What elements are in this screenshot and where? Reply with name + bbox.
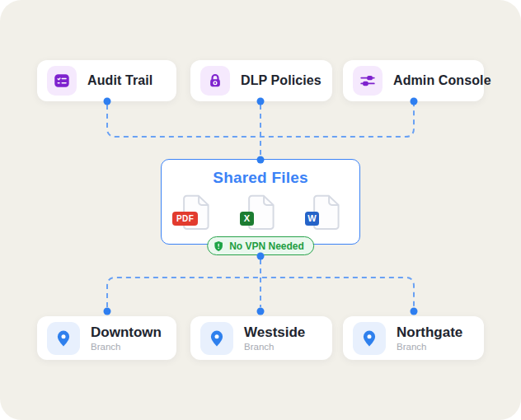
sliders-icon	[353, 66, 383, 96]
node-branch-downtown: Downtown Branch	[37, 316, 176, 360]
pdf-file-icon: PDF	[180, 194, 211, 231]
map-pin-icon	[47, 322, 80, 355]
node-audit-trail: Audit Trail	[37, 60, 176, 101]
node-label: Admin Console	[393, 73, 491, 88]
shared-files-title: Shared Files	[162, 169, 359, 187]
branch-name: Downtown	[91, 324, 162, 341]
branch-subtitle: Branch	[91, 342, 162, 352]
shield-alert-icon	[213, 240, 224, 252]
branch-subtitle: Branch	[397, 342, 462, 352]
branch-subtitle: Branch	[244, 342, 305, 352]
audit-list-icon	[47, 66, 77, 96]
branch-name: Northgate	[397, 324, 462, 341]
excel-file-icon: X	[245, 194, 276, 231]
shared-files-box: Shared Files PDF X	[161, 159, 360, 245]
lock-icon	[200, 66, 230, 96]
no-vpn-label: No VPN Needed	[229, 240, 304, 252]
no-vpn-badge: No VPN Needed	[207, 236, 314, 255]
excel-badge: X	[240, 212, 254, 226]
node-admin-console: Admin Console	[343, 60, 484, 101]
word-file-icon: W	[310, 194, 341, 231]
word-badge: W	[305, 212, 319, 226]
branch-name: Westside	[244, 324, 305, 341]
node-branch-northgate: Northgate Branch	[343, 316, 484, 360]
diagram-canvas: Audit Trail DLP Policies Admin Console S…	[0, 0, 521, 420]
map-pin-icon	[200, 322, 233, 355]
file-icons-row: PDF X W	[162, 194, 359, 231]
node-branch-westside: Westside Branch	[190, 316, 332, 360]
map-pin-icon	[353, 322, 386, 355]
node-label: DLP Policies	[241, 73, 322, 88]
pdf-badge: PDF	[172, 212, 198, 226]
node-dlp-policies: DLP Policies	[190, 60, 332, 101]
node-label: Audit Trail	[87, 73, 153, 88]
